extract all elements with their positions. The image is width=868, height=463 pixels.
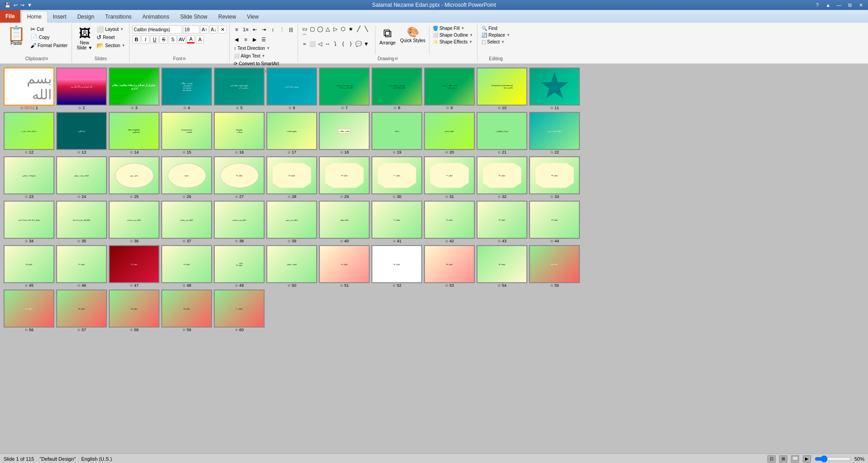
slide-thumb-49[interactable]: هدفاسلاید ۴۹ ☆49 xyxy=(214,245,265,288)
zoom-slider[interactable] xyxy=(815,456,851,462)
shape-curved-arrow[interactable]: ⤵ xyxy=(332,40,339,48)
slide-thumb-44[interactable]: اسلاید ۴۴ ☆44 xyxy=(529,201,580,243)
para-more-btn[interactable]: ⋮ xyxy=(278,25,286,34)
shape-oval[interactable]: ◯ xyxy=(316,25,323,33)
cut-button[interactable]: ✂ Cut xyxy=(29,25,69,33)
tab-view[interactable]: View xyxy=(241,11,264,23)
slideshow-btn[interactable]: ▶ xyxy=(803,455,811,463)
shape-outline-btn[interactable]: ⬜ Shape Outline ▼ xyxy=(431,32,474,38)
normal-view-btn[interactable]: ⊡ xyxy=(767,455,776,463)
decrease-font-btn[interactable]: A↓ xyxy=(209,25,217,34)
char-spacing-btn[interactable]: AV xyxy=(178,35,186,43)
slide-thumb-5[interactable]: مفهوم سلامت نظام اداریو ضرورت آن ☆5 xyxy=(214,68,265,110)
reading-view-btn[interactable]: 📖 xyxy=(791,455,799,463)
align-center-btn[interactable]: ≡ xyxy=(241,35,250,43)
save-qat-btn[interactable]: 💾 xyxy=(4,2,12,9)
tab-transitions[interactable]: Transitions xyxy=(100,11,137,23)
shape-star[interactable]: ★ xyxy=(347,25,354,33)
slide-thumb-43[interactable]: اسلاید ۴۳ ☆43 xyxy=(477,201,527,243)
slide-thumb-27[interactable]: اسلاید ۲۷ ☆27 xyxy=(214,156,265,199)
shape-right-arrow[interactable]: ▷ xyxy=(332,25,339,33)
shape-hexagon[interactable]: ⬡ xyxy=(339,25,347,33)
align-left-btn[interactable]: ◀ xyxy=(232,35,241,43)
shape-fill-btn[interactable]: 🪣 Shape Fill ▼ xyxy=(431,25,474,31)
slide-thumb-53[interactable]: اسلاید ۵۳ ☆53 xyxy=(424,245,475,288)
shape-triangle[interactable]: △ xyxy=(324,25,331,33)
slide-thumb-14[interactable]: Accountabilityپاسخگویی ☆14 xyxy=(109,112,159,154)
font-size-selector[interactable] xyxy=(183,25,199,34)
slide-thumb-48[interactable]: اسلاید ۴۸ ☆48 xyxy=(161,245,212,288)
line-spacing-btn[interactable]: ↕ xyxy=(269,25,277,34)
tab-file[interactable]: File xyxy=(0,10,20,23)
slide-thumb-55[interactable]: اسلاید ۵۵ ☆55 xyxy=(529,245,580,288)
italic-btn[interactable]: I xyxy=(141,35,149,43)
shape-line2[interactable]: ╲ xyxy=(362,25,370,33)
slide-thumb-23[interactable]: پیشنهادات سیاسی ☆23 xyxy=(4,156,54,199)
slide-thumb-38[interactable]: اسلاید سی و هشتم ☆38 xyxy=(214,201,265,243)
undo-qat-btn[interactable]: ↩ xyxy=(13,2,19,9)
arrange-button[interactable]: ⧉ Arrange xyxy=(377,25,397,46)
strikethrough-btn[interactable]: S xyxy=(159,35,168,43)
slide-thumb-50[interactable]: اسلاید پنجاهم ☆50 xyxy=(266,245,317,288)
decrease-indent-btn[interactable]: ⇤ xyxy=(251,25,259,34)
bold-btn[interactable]: B xyxy=(132,35,140,43)
shape-rounded-rect[interactable]: ▢ xyxy=(309,25,316,33)
shape-effects-btn[interactable]: ✨ Shape Effects ▼ xyxy=(431,39,474,45)
slide-thumb-45[interactable]: اسلاید ۴۵ ☆45 xyxy=(4,245,54,288)
text-direction-btn[interactable]: ↕ Text Direction ▼ xyxy=(232,45,271,51)
shadow-btn[interactable]: S xyxy=(169,35,177,43)
format-painter-button[interactable]: 🖌 Format Painter xyxy=(29,42,69,49)
find-button[interactable]: 🔍 Find xyxy=(480,25,511,31)
tab-home[interactable]: Home xyxy=(21,11,48,23)
slide-thumb-33[interactable]: اسلاید ۳۳ ☆33 xyxy=(529,156,580,199)
slide-thumb-51[interactable]: اسلاید ۵۱ ☆51 xyxy=(319,245,370,288)
slide-thumb-4[interactable]: فهرست مطالب• موضوع اول• موضوع دوم• موضوع… xyxy=(161,68,212,110)
slide-thumb-12[interactable]: محتوای اسلاید دوازده ☆12 xyxy=(4,112,54,154)
redo-qat-btn[interactable]: ↪ xyxy=(19,2,25,9)
slide-thumb-20[interactable]: اسلاید بیستم ☆20 xyxy=(424,112,475,154)
slide-thumb-21[interactable]: نمودار و فلوچارت ☆21 xyxy=(477,112,527,154)
help-btn[interactable]: ? xyxy=(814,1,821,9)
new-slide-button[interactable]: 🖼 New Slide ▼ xyxy=(75,25,94,51)
slide-thumb-3[interactable]: بنابراز از اصلاح و ارتقاء سلامت نظام ادا… xyxy=(109,68,159,110)
slide-thumb-10[interactable]: Transparency Internationalشاخص فساد ☆10 xyxy=(477,68,527,110)
shape-left-arrow[interactable]: ◁ xyxy=(316,40,323,48)
slide-thumb-56[interactable]: اسلاید ۵۶ ☆56 xyxy=(4,289,54,332)
tab-review[interactable]: Review xyxy=(213,11,241,23)
shape-rect[interactable]: ▭ xyxy=(301,25,308,33)
slide-thumb-40[interactable]: اسلاید چهلم ☆40 xyxy=(319,201,370,243)
customize-qat-btn[interactable]: ▼ xyxy=(26,2,33,8)
bullets-btn[interactable]: ≡ xyxy=(232,25,241,34)
slide-thumb-24[interactable]: اسلاید بیست و چهار ☆24 xyxy=(56,156,107,199)
shape-connector[interactable]: ⌒ xyxy=(301,33,308,40)
slide-thumb-7[interactable]: متن توضیحات مربوط بهنظام اداری و فساد ☆7 xyxy=(319,68,370,110)
shape-more[interactable]: ▼ xyxy=(362,40,370,48)
font-name-selector[interactable] xyxy=(132,25,182,34)
align-text-btn[interactable]: ⬜ Align Text ▼ xyxy=(232,53,266,59)
shape-line[interactable]: ╱ xyxy=(355,25,362,33)
shape-textbox[interactable]: ⬜ xyxy=(309,40,316,48)
slide-thumb-15[interactable]: Transparencyشفافیت ☆15 xyxy=(161,112,212,154)
tab-design[interactable]: Design xyxy=(72,11,100,23)
font-color-btn[interactable]: A xyxy=(187,35,195,43)
clipboard-expand-icon[interactable]: ⧉ xyxy=(45,57,48,61)
slide-thumb-30[interactable]: اسلاید ۳۰ ☆30 xyxy=(371,156,422,199)
slide-thumb-42[interactable]: اسلاید ۴۲ ☆42 xyxy=(424,201,475,243)
numbering-btn[interactable]: 1≡ xyxy=(241,25,250,34)
slide-thumb-22[interactable]: اسلاید بیست و دوم ☆22 xyxy=(529,112,580,154)
copy-button[interactable]: 📄 Copy xyxy=(29,34,69,41)
slide-thumb-36[interactable]: اسلاید سی و ششم ☆36 xyxy=(109,201,159,243)
slide-sorter-btn[interactable]: ⊞ xyxy=(779,455,787,463)
slide-thumb-26[interactable]: محتوا ☆26 xyxy=(161,156,212,199)
reset-button[interactable]: ↺ Reset xyxy=(95,34,126,41)
column-btn[interactable]: ||| xyxy=(287,25,295,34)
slide-thumb-18[interactable]: خلاصه مطالب ☆18 xyxy=(319,112,370,154)
restore-btn[interactable]: ⧉ xyxy=(846,1,854,9)
slide-thumb-13[interactable]: پاسخگویی ☆13 xyxy=(56,112,107,154)
slide-thumb-35[interactable]: راهکارهای مبارزه با فساد ☆35 xyxy=(56,201,107,243)
slide-thumb-52[interactable]: اسلاید ۵۲ ☆52 xyxy=(371,245,422,288)
slide-thumb-19[interactable]: محتوا ☆19 xyxy=(371,112,422,154)
ribbon-collapse-btn[interactable]: ▲ xyxy=(825,1,832,9)
increase-font-btn[interactable]: A↑ xyxy=(200,25,208,34)
slide-thumb-25[interactable]: بخش مهم ☆25 xyxy=(109,156,159,199)
